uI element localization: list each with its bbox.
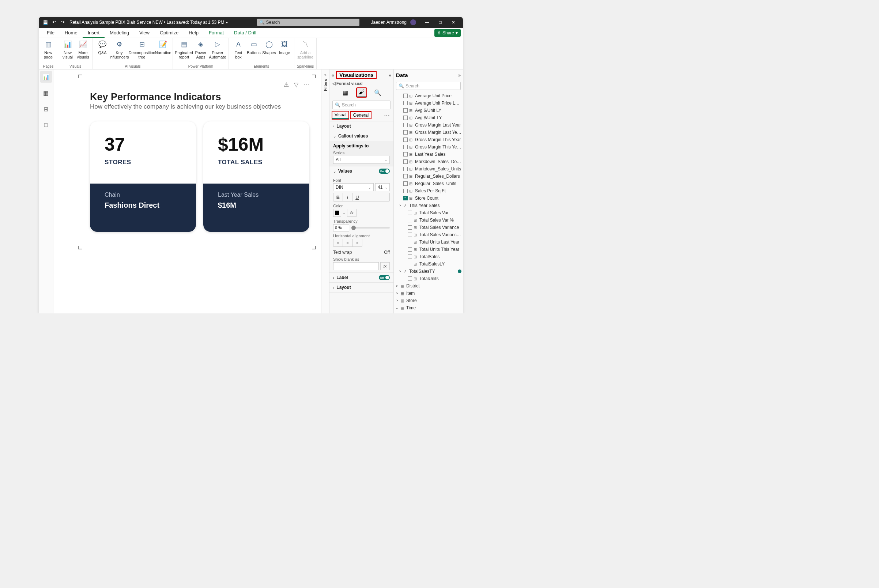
collapse-data-icon[interactable]: »: [458, 72, 461, 78]
checkbox[interactable]: [403, 101, 408, 105]
ribbon-sparkline[interactable]: 〽Add asparkline: [297, 39, 314, 59]
menu-file[interactable]: File: [42, 28, 60, 38]
field-sales-per-sq-ft[interactable]: ⊞Sales Per Sq Ft: [394, 187, 463, 195]
back-icon[interactable]: ◁: [332, 81, 335, 86]
field-gross-margin-last-year[interactable]: ⊞Gross Margin Last Year: [394, 122, 463, 129]
section-callout-values[interactable]: ⌄Callout values: [333, 134, 390, 139]
font-family-select[interactable]: DIN⌄: [333, 183, 374, 191]
font-size-input[interactable]: 41⌵: [375, 183, 390, 191]
ribbon-power-automate[interactable]: ▷PowerAutomate: [209, 39, 226, 59]
kpi-card-stores[interactable]: 37STORES ChainFashions Direct: [90, 122, 196, 232]
transparency-input[interactable]: [333, 224, 349, 231]
field-total-sales-var[interactable]: ⊞Total Sales Var: [394, 209, 463, 216]
checkbox[interactable]: [408, 225, 412, 230]
avatar[interactable]: [410, 20, 416, 25]
text-wrap-toggle[interactable]: Off: [384, 250, 390, 255]
checkbox[interactable]: [403, 94, 408, 98]
warning-icon[interactable]: ⚠: [284, 81, 289, 88]
values-toggle[interactable]: On: [379, 169, 390, 174]
field-this-year-sales[interactable]: >↗This Year Sales: [394, 202, 463, 209]
menu-help[interactable]: Help: [183, 28, 204, 38]
checkbox[interactable]: [403, 167, 408, 171]
ribbon-new-visual[interactable]: 📊Newvisual: [60, 39, 75, 59]
filters-pane-collapsed[interactable]: « Filters: [321, 69, 329, 314]
checkbox[interactable]: [408, 232, 412, 237]
undo-icon[interactable]: ↶: [51, 19, 58, 26]
checkbox[interactable]: [408, 240, 412, 244]
section-values[interactable]: ⌄ValuesOn: [333, 169, 390, 174]
field-markdown-sales-dollars[interactable]: ⊞Markdown_Sales_Dollars: [394, 158, 463, 165]
ribbon-paginated[interactable]: ▤Paginatedreport: [175, 39, 193, 59]
section-layout[interactable]: ›Layout: [333, 124, 390, 129]
checkbox[interactable]: [403, 116, 408, 120]
checkbox[interactable]: [408, 255, 412, 259]
menu-optimize[interactable]: Optimize: [154, 28, 183, 38]
ribbon-new-page[interactable]: ▥Newpage: [41, 39, 56, 59]
checkbox[interactable]: [408, 247, 412, 252]
checkbox[interactable]: [403, 138, 408, 142]
resize-handle-bl[interactable]: [78, 246, 82, 249]
field-markdown-sales-units[interactable]: ⊞Markdown_Sales_Units: [394, 165, 463, 172]
table-view-icon[interactable]: ▦: [40, 87, 52, 99]
field-totalsales[interactable]: ⊞TotalSales: [394, 253, 463, 260]
checkbox[interactable]: [403, 152, 408, 156]
resize-handle-tr[interactable]: [312, 75, 316, 78]
checkbox[interactable]: [403, 196, 408, 200]
menu-insert[interactable]: Insert: [82, 28, 105, 38]
field-fiscalmonth[interactable]: >FiscalMonth: [394, 312, 463, 314]
share-button[interactable]: ⇯Share▾: [434, 29, 461, 37]
field-district[interactable]: >▦District: [394, 282, 463, 290]
build-visual-tab[interactable]: ▦: [341, 88, 350, 97]
model-view-icon[interactable]: ⊞: [40, 103, 52, 115]
field-average-unit-price[interactable]: ⊞Average Unit Price: [394, 92, 463, 99]
checkbox[interactable]: [403, 182, 408, 186]
kpi-card-sales[interactable]: $16MTOTAL SALES Last Year Sales$16M: [203, 122, 309, 232]
report-view-icon[interactable]: 📊: [40, 71, 52, 82]
checkbox[interactable]: [403, 145, 408, 149]
maximize-icon[interactable]: □: [434, 17, 447, 28]
checkbox[interactable]: [408, 276, 412, 281]
color-fx-button[interactable]: fx: [347, 209, 357, 217]
field-store-count[interactable]: ⊞Store Count: [394, 195, 463, 202]
align-right-button[interactable]: ≡: [353, 239, 362, 246]
menu-data-drill[interactable]: Data / Drill: [229, 28, 261, 38]
field-total-units-last-year[interactable]: ⊞Total Units Last Year: [394, 238, 463, 246]
resize-handle-tl[interactable]: [78, 75, 82, 78]
checkbox[interactable]: [408, 262, 412, 266]
global-search[interactable]: 🔍Search: [257, 19, 359, 26]
format-search[interactable]: 🔍Search: [332, 100, 390, 110]
field-item[interactable]: >▦Item: [394, 290, 463, 297]
section-layout-2[interactable]: ›Layout: [333, 285, 390, 290]
bold-button[interactable]: B: [333, 193, 343, 201]
dax-view-icon[interactable]: □: [40, 119, 52, 131]
label-toggle[interactable]: On: [379, 275, 390, 280]
field-total-sales-variance[interactable]: ⊞Total Sales Variance: [394, 224, 463, 231]
field-time[interactable]: ⌄▦Time: [394, 304, 463, 312]
field-regular-sales-dollars[interactable]: ⊞Regular_Sales_Dollars: [394, 172, 463, 180]
menu-modeling[interactable]: Modeling: [105, 28, 134, 38]
checkbox[interactable]: [403, 108, 408, 112]
field-average-unit-price-last-y-[interactable]: ⊞Average Unit Price Last Y…: [394, 99, 463, 107]
data-search[interactable]: 🔍Search: [396, 82, 461, 90]
transparency-slider[interactable]: [351, 227, 390, 228]
blank-fx-button[interactable]: fx: [380, 262, 390, 270]
series-select[interactable]: All⌄: [333, 156, 390, 164]
show-blank-input[interactable]: [333, 262, 379, 270]
checkbox[interactable]: [408, 218, 412, 222]
checkbox[interactable]: [403, 189, 408, 193]
underline-button[interactable]: U: [352, 193, 362, 201]
ribbon-decomposition[interactable]: ⊟Decompositiontree: [129, 39, 155, 59]
analytics-tab[interactable]: 🔍: [373, 88, 382, 97]
redo-icon[interactable]: ↷: [59, 19, 66, 26]
align-center-button[interactable]: ≡: [343, 239, 352, 246]
field-avg-unit-ly[interactable]: ⊞Avg $/Unit LY: [394, 107, 463, 114]
resize-handle-br[interactable]: [312, 246, 316, 249]
checkbox[interactable]: [403, 159, 408, 164]
report-canvas[interactable]: ⚠ ▽ ⋯ Key Performance Indicators How eff…: [53, 69, 321, 314]
collapse-viz-icon[interactable]: «: [332, 72, 334, 78]
checkbox[interactable]: [403, 174, 408, 178]
menu-home[interactable]: Home: [60, 28, 82, 38]
field-totalsalesty[interactable]: >↗TotalSalesTY: [394, 268, 463, 275]
italic-button[interactable]: I: [343, 193, 352, 201]
minimize-icon[interactable]: —: [420, 17, 434, 28]
